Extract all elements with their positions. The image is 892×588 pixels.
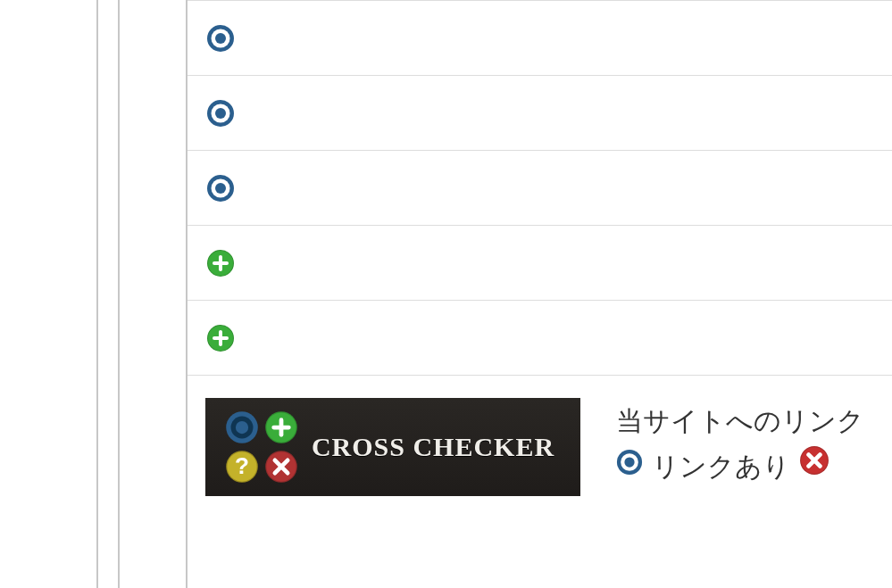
main-area: ? CROSS CHECKER — [188, 0, 892, 588]
svg-rect-23 — [271, 426, 290, 430]
plus-add-icon[interactable] — [205, 248, 236, 278]
circle-mini-icon — [225, 410, 259, 444]
cross-checker-banner[interactable]: ? CROSS CHECKER — [205, 398, 580, 496]
svg-point-33 — [624, 457, 634, 467]
x-legend-icon — [799, 443, 829, 489]
gutter-line — [118, 0, 120, 588]
svg-point-5 — [215, 108, 226, 119]
legend-row-ok: リンクあり — [616, 443, 864, 489]
table-row — [188, 226, 892, 301]
legend-block: 当サイトへのリンク リンクあり — [616, 398, 864, 489]
svg-rect-12 — [213, 261, 229, 265]
circle-legend-icon — [616, 443, 643, 489]
gutter-line — [96, 0, 98, 588]
banner-icon-grid: ? — [221, 407, 302, 487]
svg-text:?: ? — [235, 452, 249, 479]
table-row — [188, 151, 892, 226]
question-mini-icon: ? — [225, 450, 259, 484]
svg-point-19 — [236, 421, 248, 434]
app-root: ? CROSS CHECKER — [0, 0, 892, 588]
plus-add-icon[interactable] — [205, 323, 236, 353]
plus-mini-icon — [264, 410, 298, 444]
link-list — [188, 0, 892, 376]
x-mini-icon — [264, 450, 298, 484]
table-row — [188, 301, 892, 376]
svg-point-8 — [215, 183, 226, 194]
left-gutter — [0, 0, 188, 588]
legend-header: 当サイトへのリンク — [616, 398, 864, 443]
table-row — [188, 1, 892, 76]
svg-rect-16 — [213, 336, 229, 340]
circle-status-icon[interactable] — [205, 23, 236, 54]
circle-status-icon[interactable] — [205, 98, 236, 128]
circle-status-icon[interactable] — [205, 173, 236, 203]
table-row — [188, 76, 892, 151]
footer-area: ? CROSS CHECKER — [188, 376, 892, 496]
banner-title: CROSS CHECKER — [302, 432, 564, 462]
svg-point-2 — [215, 33, 226, 44]
legend-label-ok: リンクあり — [652, 443, 790, 489]
